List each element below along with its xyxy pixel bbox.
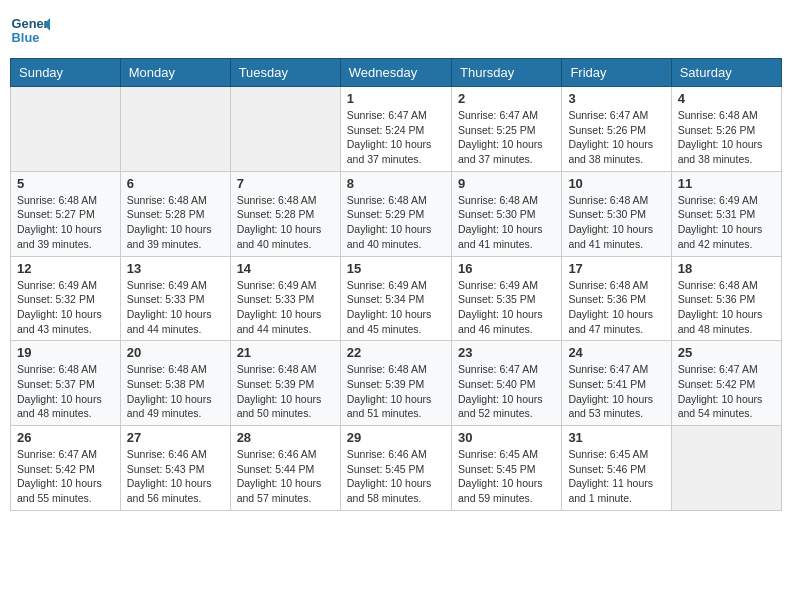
day-number: 24 <box>568 345 664 360</box>
calendar-cell: 8Sunrise: 6:48 AM Sunset: 5:29 PM Daylig… <box>340 171 451 256</box>
day-number: 17 <box>568 261 664 276</box>
day-number: 6 <box>127 176 224 191</box>
day-info: Sunrise: 6:47 AM Sunset: 5:25 PM Dayligh… <box>458 108 555 167</box>
day-number: 22 <box>347 345 445 360</box>
day-info: Sunrise: 6:49 AM Sunset: 5:33 PM Dayligh… <box>127 278 224 337</box>
day-number: 8 <box>347 176 445 191</box>
calendar-cell: 23Sunrise: 6:47 AM Sunset: 5:40 PM Dayli… <box>451 341 561 426</box>
calendar-cell: 7Sunrise: 6:48 AM Sunset: 5:28 PM Daylig… <box>230 171 340 256</box>
day-number: 19 <box>17 345 114 360</box>
day-info: Sunrise: 6:46 AM Sunset: 5:45 PM Dayligh… <box>347 447 445 506</box>
day-number: 10 <box>568 176 664 191</box>
day-number: 4 <box>678 91 775 106</box>
day-number: 25 <box>678 345 775 360</box>
calendar-cell: 19Sunrise: 6:48 AM Sunset: 5:37 PM Dayli… <box>11 341 121 426</box>
day-info: Sunrise: 6:45 AM Sunset: 5:45 PM Dayligh… <box>458 447 555 506</box>
weekday-header-thursday: Thursday <box>451 59 561 87</box>
weekday-header-sunday: Sunday <box>11 59 121 87</box>
calendar-cell: 6Sunrise: 6:48 AM Sunset: 5:28 PM Daylig… <box>120 171 230 256</box>
calendar-cell: 11Sunrise: 6:49 AM Sunset: 5:31 PM Dayli… <box>671 171 781 256</box>
day-number: 29 <box>347 430 445 445</box>
calendar-cell: 1Sunrise: 6:47 AM Sunset: 5:24 PM Daylig… <box>340 87 451 172</box>
calendar-cell: 12Sunrise: 6:49 AM Sunset: 5:32 PM Dayli… <box>11 256 121 341</box>
day-number: 28 <box>237 430 334 445</box>
day-number: 13 <box>127 261 224 276</box>
calendar-cell: 3Sunrise: 6:47 AM Sunset: 5:26 PM Daylig… <box>562 87 671 172</box>
day-number: 11 <box>678 176 775 191</box>
calendar-cell: 31Sunrise: 6:45 AM Sunset: 5:46 PM Dayli… <box>562 426 671 511</box>
calendar-cell: 27Sunrise: 6:46 AM Sunset: 5:43 PM Dayli… <box>120 426 230 511</box>
day-info: Sunrise: 6:48 AM Sunset: 5:28 PM Dayligh… <box>237 193 334 252</box>
svg-text:General: General <box>12 16 50 31</box>
day-info: Sunrise: 6:47 AM Sunset: 5:24 PM Dayligh… <box>347 108 445 167</box>
calendar-cell: 21Sunrise: 6:48 AM Sunset: 5:39 PM Dayli… <box>230 341 340 426</box>
calendar-week-row: 12Sunrise: 6:49 AM Sunset: 5:32 PM Dayli… <box>11 256 782 341</box>
day-number: 20 <box>127 345 224 360</box>
day-number: 7 <box>237 176 334 191</box>
day-info: Sunrise: 6:48 AM Sunset: 5:26 PM Dayligh… <box>678 108 775 167</box>
weekday-header-monday: Monday <box>120 59 230 87</box>
calendar-cell: 17Sunrise: 6:48 AM Sunset: 5:36 PM Dayli… <box>562 256 671 341</box>
day-number: 18 <box>678 261 775 276</box>
calendar-cell: 13Sunrise: 6:49 AM Sunset: 5:33 PM Dayli… <box>120 256 230 341</box>
logo: General Blue <box>10 10 50 50</box>
day-info: Sunrise: 6:49 AM Sunset: 5:33 PM Dayligh… <box>237 278 334 337</box>
day-info: Sunrise: 6:48 AM Sunset: 5:27 PM Dayligh… <box>17 193 114 252</box>
calendar-cell <box>671 426 781 511</box>
calendar-cell <box>11 87 121 172</box>
calendar-cell: 5Sunrise: 6:48 AM Sunset: 5:27 PM Daylig… <box>11 171 121 256</box>
calendar-cell <box>230 87 340 172</box>
day-info: Sunrise: 6:45 AM Sunset: 5:46 PM Dayligh… <box>568 447 664 506</box>
day-info: Sunrise: 6:48 AM Sunset: 5:39 PM Dayligh… <box>237 362 334 421</box>
calendar-cell: 9Sunrise: 6:48 AM Sunset: 5:30 PM Daylig… <box>451 171 561 256</box>
weekday-header-friday: Friday <box>562 59 671 87</box>
calendar-cell: 22Sunrise: 6:48 AM Sunset: 5:39 PM Dayli… <box>340 341 451 426</box>
day-info: Sunrise: 6:49 AM Sunset: 5:34 PM Dayligh… <box>347 278 445 337</box>
calendar-week-row: 1Sunrise: 6:47 AM Sunset: 5:24 PM Daylig… <box>11 87 782 172</box>
calendar-cell: 29Sunrise: 6:46 AM Sunset: 5:45 PM Dayli… <box>340 426 451 511</box>
day-number: 14 <box>237 261 334 276</box>
weekday-header-saturday: Saturday <box>671 59 781 87</box>
day-info: Sunrise: 6:47 AM Sunset: 5:40 PM Dayligh… <box>458 362 555 421</box>
day-number: 27 <box>127 430 224 445</box>
day-info: Sunrise: 6:46 AM Sunset: 5:43 PM Dayligh… <box>127 447 224 506</box>
day-info: Sunrise: 6:48 AM Sunset: 5:30 PM Dayligh… <box>458 193 555 252</box>
weekday-header-row: SundayMondayTuesdayWednesdayThursdayFrid… <box>11 59 782 87</box>
calendar-cell: 26Sunrise: 6:47 AM Sunset: 5:42 PM Dayli… <box>11 426 121 511</box>
day-number: 3 <box>568 91 664 106</box>
day-info: Sunrise: 6:48 AM Sunset: 5:30 PM Dayligh… <box>568 193 664 252</box>
calendar-cell: 20Sunrise: 6:48 AM Sunset: 5:38 PM Dayli… <box>120 341 230 426</box>
weekday-header-wednesday: Wednesday <box>340 59 451 87</box>
day-info: Sunrise: 6:47 AM Sunset: 5:41 PM Dayligh… <box>568 362 664 421</box>
day-number: 16 <box>458 261 555 276</box>
day-info: Sunrise: 6:48 AM Sunset: 5:37 PM Dayligh… <box>17 362 114 421</box>
calendar-cell: 10Sunrise: 6:48 AM Sunset: 5:30 PM Dayli… <box>562 171 671 256</box>
day-info: Sunrise: 6:49 AM Sunset: 5:31 PM Dayligh… <box>678 193 775 252</box>
day-number: 31 <box>568 430 664 445</box>
day-info: Sunrise: 6:48 AM Sunset: 5:38 PM Dayligh… <box>127 362 224 421</box>
day-number: 15 <box>347 261 445 276</box>
day-number: 26 <box>17 430 114 445</box>
calendar-cell: 25Sunrise: 6:47 AM Sunset: 5:42 PM Dayli… <box>671 341 781 426</box>
calendar-cell: 4Sunrise: 6:48 AM Sunset: 5:26 PM Daylig… <box>671 87 781 172</box>
day-info: Sunrise: 6:47 AM Sunset: 5:26 PM Dayligh… <box>568 108 664 167</box>
page-header: General Blue <box>10 10 782 50</box>
day-info: Sunrise: 6:49 AM Sunset: 5:32 PM Dayligh… <box>17 278 114 337</box>
calendar-week-row: 5Sunrise: 6:48 AM Sunset: 5:27 PM Daylig… <box>11 171 782 256</box>
calendar-cell: 18Sunrise: 6:48 AM Sunset: 5:36 PM Dayli… <box>671 256 781 341</box>
day-number: 9 <box>458 176 555 191</box>
day-info: Sunrise: 6:47 AM Sunset: 5:42 PM Dayligh… <box>678 362 775 421</box>
calendar-cell: 2Sunrise: 6:47 AM Sunset: 5:25 PM Daylig… <box>451 87 561 172</box>
weekday-header-tuesday: Tuesday <box>230 59 340 87</box>
day-info: Sunrise: 6:46 AM Sunset: 5:44 PM Dayligh… <box>237 447 334 506</box>
day-info: Sunrise: 6:48 AM Sunset: 5:39 PM Dayligh… <box>347 362 445 421</box>
day-number: 21 <box>237 345 334 360</box>
day-number: 1 <box>347 91 445 106</box>
calendar-week-row: 19Sunrise: 6:48 AM Sunset: 5:37 PM Dayli… <box>11 341 782 426</box>
day-number: 5 <box>17 176 114 191</box>
day-number: 2 <box>458 91 555 106</box>
calendar-cell: 16Sunrise: 6:49 AM Sunset: 5:35 PM Dayli… <box>451 256 561 341</box>
calendar-cell: 30Sunrise: 6:45 AM Sunset: 5:45 PM Dayli… <box>451 426 561 511</box>
calendar-week-row: 26Sunrise: 6:47 AM Sunset: 5:42 PM Dayli… <box>11 426 782 511</box>
day-info: Sunrise: 6:49 AM Sunset: 5:35 PM Dayligh… <box>458 278 555 337</box>
